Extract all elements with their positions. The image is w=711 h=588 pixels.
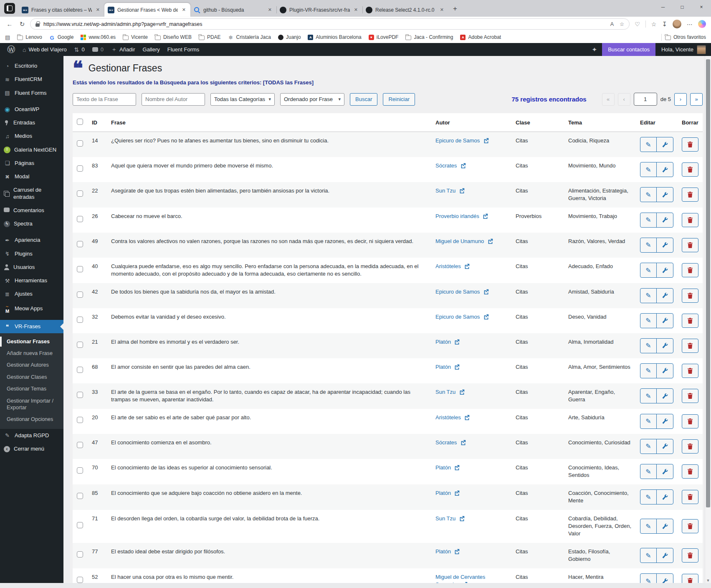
browser-tab[interactable]: github - Búsqueda ✕ [190, 3, 276, 17]
tab-close-icon[interactable]: ✕ [267, 7, 273, 13]
minimize-button[interactable]: ─ [653, 0, 673, 14]
sidebar-item-adapta-rgpd[interactable]: ✎ Adapta RGPD [0, 429, 63, 442]
edit-wrench-button[interactable] [657, 263, 673, 277]
select-all-checkbox[interactable] [77, 119, 83, 125]
reiniciar-button[interactable]: Reiniciar [383, 93, 415, 106]
delete-button[interactable] [682, 414, 698, 428]
fluent-forms-menu[interactable]: Fluent Forms [164, 43, 203, 56]
author-link[interactable]: Aristóteles [435, 414, 470, 421]
author-link[interactable]: Sun Tzu [435, 188, 465, 194]
row-checkbox[interactable] [77, 190, 83, 197]
sidebar-item-galería-nextgen[interactable]: ⠿ Galería NextGEN [0, 143, 63, 157]
edit-wrench-button[interactable] [657, 339, 673, 353]
row-checkbox[interactable] [77, 417, 83, 423]
delete-button[interactable] [682, 137, 698, 152]
bookmark-item[interactable]: Juanjo [278, 34, 301, 40]
edit-pencil-button[interactable]: ✎ [640, 314, 657, 328]
bookmark-item[interactable]: ♥ iLovePDF [369, 34, 399, 40]
delete-button[interactable] [682, 439, 698, 454]
sidebar-item-comentarios[interactable]: Comentarios [0, 204, 63, 217]
author-link[interactable]: Platón [435, 548, 460, 555]
back-icon[interactable]: ← [5, 20, 14, 28]
prev-page-button[interactable]: ‹ [618, 93, 630, 106]
tab-close-icon[interactable]: ✕ [95, 7, 101, 13]
delete-button[interactable] [682, 548, 698, 563]
address-bar[interactable]: https://www.vruiz.net/wp-admin/admin.php… [30, 18, 630, 30]
edit-pencil-button[interactable]: ✎ [640, 439, 657, 454]
edit-pencil-button[interactable]: ✎ [640, 289, 657, 303]
sidebar-item-ajustes[interactable]: ≣ Ajustes [0, 287, 63, 301]
browser-essentials-icon[interactable]: ♡ [635, 21, 640, 28]
sidebar-item-cerrar-menú[interactable]: ‹ Cerrar menú [0, 442, 63, 456]
gallery-menu[interactable]: Gallery [139, 43, 164, 56]
browser-tab[interactable]: Plugin-VR-Frases/src/vr-frases at ✕ [276, 3, 362, 17]
row-checkbox[interactable] [77, 317, 83, 323]
autor-name-input[interactable] [142, 93, 205, 106]
author-link[interactable]: Miguel de Unamuno [435, 238, 493, 244]
copilot-icon[interactable] [698, 20, 706, 28]
sidebar-item-medios[interactable]: ♫ Medios [0, 129, 63, 143]
bookmark-item[interactable]: PDAE [199, 34, 221, 40]
author-link[interactable]: Sun Tzu [435, 389, 465, 395]
next-page-button[interactable]: › [674, 93, 687, 106]
row-checkbox[interactable] [77, 522, 83, 528]
sidebar-item-meow-apps[interactable]: M Meow Apps [0, 301, 63, 317]
edit-pencil-button[interactable]: ✎ [640, 339, 657, 353]
bookmark-item[interactable]: ✽ Cristalería Jaca [228, 34, 271, 40]
edit-wrench-button[interactable] [657, 490, 673, 504]
maximize-button[interactable]: □ [673, 0, 692, 14]
submenu-item-gestionar-frases[interactable]: Gestionar Frases [0, 336, 63, 347]
row-checkbox[interactable] [77, 493, 83, 499]
edit-pencil-button[interactable]: ✎ [640, 137, 657, 152]
delete-button[interactable] [682, 238, 698, 252]
delete-button[interactable] [682, 213, 698, 227]
scrollbar-down-arrow[interactable]: ▼ [705, 578, 711, 583]
bookmark-item[interactable]: A Adobe Acrobat [460, 34, 501, 40]
row-checkbox[interactable] [77, 140, 83, 147]
read-aloud-icon[interactable]: A [610, 21, 614, 27]
url-text[interactable]: https://www.vruiz.net/wp-admin/admin.php… [43, 21, 202, 27]
frase-text-input[interactable] [73, 93, 136, 106]
submenu-item-gestionar-temas[interactable]: Gestionar Temas [0, 383, 63, 395]
edit-pencil-button[interactable]: ✎ [640, 188, 657, 202]
delete-button[interactable] [682, 162, 698, 177]
browser-tab[interactable]: Release Select2 4.1.0-rc.0 · select2 ✕ [362, 3, 448, 17]
author-link[interactable]: Platón [435, 464, 460, 471]
edit-wrench-button[interactable] [657, 162, 673, 177]
sidebar-item-herramientas[interactable]: ⚒ Herramientas [0, 274, 63, 287]
bookmark-item[interactable]: Diseño WEB [155, 34, 192, 40]
delete-button[interactable] [682, 389, 698, 403]
submenu-item-gestionar-importar-exportar[interactable]: Gestionar Importar / Exportar [0, 395, 63, 414]
search-contacts-button[interactable]: Buscar contactos [602, 43, 655, 56]
page-number-input[interactable] [634, 93, 657, 106]
author-link[interactable]: Platón [435, 339, 460, 345]
edit-wrench-button[interactable] [657, 464, 673, 479]
bookmark-item[interactable]: G Google [49, 34, 74, 40]
scrollbar-thumb[interactable] [706, 59, 710, 507]
edit-wrench-button[interactable] [657, 188, 673, 202]
edit-pencil-button[interactable]: ✎ [640, 364, 657, 378]
author-link[interactable]: Sun Tzu [435, 515, 465, 522]
tab-close-icon[interactable]: ✕ [181, 7, 187, 13]
delete-button[interactable] [682, 314, 698, 328]
author-link[interactable]: Sócrates [435, 439, 466, 446]
author-link[interactable]: Sócrates [435, 162, 466, 169]
row-checkbox[interactable] [77, 551, 83, 558]
edit-pencil-button[interactable]: ✎ [640, 490, 657, 504]
browser-tab[interactable]: w.v Gestionar Frases < Web del Viajer ✕ [104, 3, 190, 17]
author-link[interactable]: Platón [435, 490, 460, 496]
edit-wrench-button[interactable] [657, 289, 673, 303]
edit-pencil-button[interactable]: ✎ [640, 519, 657, 533]
edit-pencil-button[interactable]: ✎ [640, 464, 657, 479]
edit-wrench-button[interactable] [657, 414, 673, 428]
new-content-menu[interactable]: ＋ Añadir [107, 43, 139, 56]
more-menu-icon[interactable]: ⋯ [687, 21, 693, 28]
bookmark-item[interactable]: www.060.es [81, 34, 116, 40]
new-tab-button[interactable]: + [449, 3, 461, 15]
edit-wrench-button[interactable] [657, 389, 673, 403]
delete-button[interactable] [682, 263, 698, 277]
submenu-item-gestionar-clases[interactable]: Gestionar Clases [0, 371, 63, 383]
edit-wrench-button[interactable] [657, 213, 673, 227]
delete-button[interactable] [682, 464, 698, 479]
sidebar-item-páginas[interactable]: ❏ Páginas [0, 157, 63, 170]
